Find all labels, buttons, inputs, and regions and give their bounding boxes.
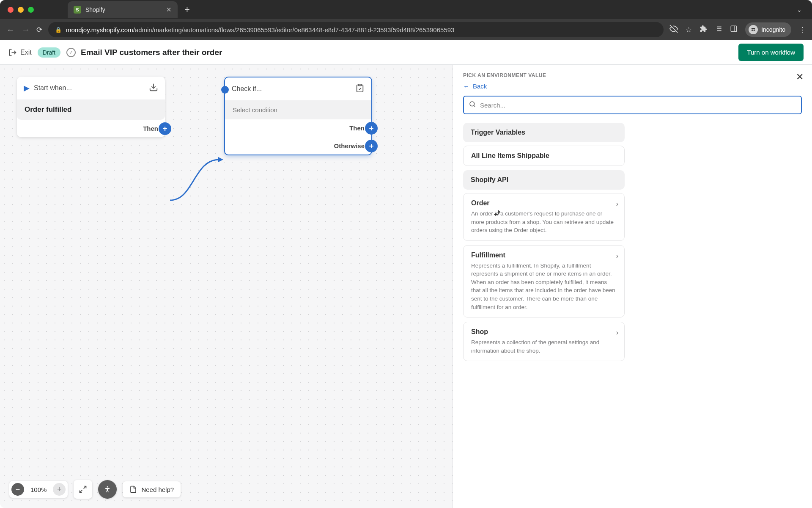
reading-list-icon[interactable] <box>715 25 722 35</box>
exit-button[interactable]: Exit <box>8 48 32 57</box>
forward-button[interactable]: → <box>21 25 30 35</box>
svg-point-16 <box>107 486 108 488</box>
close-tab-button[interactable]: ✕ <box>166 6 172 14</box>
condition-node[interactable]: Check if... Select condition Then + Othe… <box>224 77 372 155</box>
back-button[interactable]: ← <box>6 25 15 35</box>
reload-button[interactable]: ⟳ <box>36 25 42 34</box>
shopify-favicon: S <box>74 6 81 14</box>
item-name: Fulfillment <box>471 251 617 259</box>
chevron-right-icon: › <box>616 252 618 260</box>
search-icon <box>469 101 476 109</box>
browser-tab[interactable]: S Shopify ✕ <box>68 1 178 18</box>
svg-line-15 <box>80 490 82 493</box>
connector-line <box>164 149 228 209</box>
url-text: moodjoy.myshopify.com/admin/marketing/au… <box>66 26 454 33</box>
url-bar[interactable]: 🔒 moodjoy.myshopify.com/admin/marketing/… <box>48 22 664 37</box>
incognito-icon <box>749 25 758 34</box>
download-icon[interactable] <box>149 83 158 94</box>
start-node-header: ▶ Start when... <box>17 77 165 99</box>
toolbar-right: ☆ Incognito ⋮ <box>669 22 806 37</box>
item-description: An order is a customer's request to purc… <box>471 210 617 235</box>
workflow-canvas[interactable]: ▶ Start when... Order fulfilled Then + C… <box>0 65 453 508</box>
back-link[interactable]: ← Back <box>463 83 802 90</box>
browser-toolbar: ← → ⟳ 🔒 moodjoy.myshopify.com/admin/mark… <box>0 19 812 40</box>
play-icon: ▶ <box>24 83 30 93</box>
search-input[interactable] <box>480 102 796 109</box>
svg-rect-13 <box>358 84 361 86</box>
chevron-right-icon: › <box>616 200 618 208</box>
add-otherwise-button[interactable]: + <box>365 140 378 152</box>
svg-point-9 <box>754 29 755 31</box>
tab-title: Shopify <box>85 6 105 13</box>
back-label: Back <box>473 83 487 90</box>
main-area: ▶ Start when... Order fulfilled Then + C… <box>0 65 812 508</box>
zoom-in-button[interactable]: + <box>53 483 66 496</box>
accessibility-button[interactable] <box>98 480 117 499</box>
svg-line-18 <box>474 105 475 107</box>
incognito-badge[interactable]: Incognito <box>745 22 791 37</box>
otherwise-label: Otherwise <box>334 142 365 149</box>
arrow-left-icon: ← <box>463 83 469 90</box>
minimize-window-button[interactable] <box>18 7 24 13</box>
start-node-then: Then + <box>17 120 165 137</box>
svg-line-14 <box>84 486 86 489</box>
turn-on-workflow-button[interactable]: Turn on workflow <box>738 44 804 61</box>
exit-label: Exit <box>20 49 32 56</box>
item-description: Represents a collection of the general s… <box>471 338 617 355</box>
add-then-button[interactable]: + <box>365 122 378 135</box>
panel-header: PICK AN ENVIRONMENT VALUE ← Back <box>453 65 812 90</box>
start-node-body: Order fulfilled <box>17 99 165 120</box>
lock-icon: 🔒 <box>55 27 62 33</box>
need-help-button[interactable]: Need help? <box>123 481 181 497</box>
fit-view-button[interactable] <box>74 480 92 499</box>
svg-point-17 <box>470 102 475 106</box>
maximize-window-button[interactable] <box>28 7 34 13</box>
app-header: Exit Draft ✓ Email VIP customers after t… <box>0 40 812 65</box>
panel-subtitle: PICK AN ENVIRONMENT VALUE <box>463 72 802 78</box>
draft-badge: Draft <box>38 47 60 58</box>
condition-body[interactable]: Select condition <box>225 100 371 119</box>
close-window-button[interactable] <box>8 7 14 13</box>
search-box[interactable] <box>463 96 802 114</box>
start-node[interactable]: ▶ Start when... Order fulfilled Then + <box>17 77 165 137</box>
item-description: Represents a fulfillment. In Shopify, a … <box>471 262 617 311</box>
clipboard-icon[interactable] <box>355 83 365 94</box>
section-shopify-api: Shopify API <box>463 170 625 190</box>
new-tab-button[interactable]: + <box>184 4 190 15</box>
item-order[interactable]: Order › An order is a customer's request… <box>463 193 625 241</box>
add-step-button[interactable]: + <box>159 122 171 135</box>
condition-then: Then + <box>225 119 371 137</box>
chevron-right-icon: › <box>616 329 618 337</box>
menu-icon[interactable]: ⋮ <box>799 25 806 34</box>
window-frame: S Shopify ✕ + ⌄ ← → ⟳ 🔒 moodjoy.myshopif… <box>0 0 812 508</box>
start-node-title: Start when... <box>34 84 72 92</box>
eye-off-icon[interactable] <box>669 25 678 35</box>
check-circle-icon: ✓ <box>66 48 76 57</box>
condition-node-header: Check if... <box>225 77 371 100</box>
then-label: Then <box>143 125 158 132</box>
bookmark-star-icon[interactable]: ☆ <box>686 25 692 34</box>
side-panel-icon[interactable] <box>730 25 738 35</box>
workflow-title: Email VIP customers after their order <box>81 48 222 57</box>
svg-marker-11 <box>218 157 223 162</box>
titlebar: S Shopify ✕ + ⌄ <box>0 0 812 19</box>
close-panel-button[interactable]: ✕ <box>796 72 804 83</box>
tab-list-chevron-icon[interactable]: ⌄ <box>797 6 804 13</box>
incognito-label: Incognito <box>761 26 785 33</box>
need-help-label: Need help? <box>141 486 174 493</box>
item-fulfillment[interactable]: Fulfillment › Represents a fulfillment. … <box>463 245 625 318</box>
extensions-icon[interactable] <box>700 25 707 35</box>
item-name: Order <box>471 199 617 207</box>
condition-node-title: Check if... <box>232 85 262 93</box>
item-all-line-items-shippable[interactable]: All Line Items Shippable <box>463 146 625 166</box>
tab-strip: S Shopify ✕ + <box>68 1 190 18</box>
svg-point-8 <box>752 29 753 31</box>
variable-list: Trigger Variables All Line Items Shippab… <box>453 123 635 365</box>
side-panel: ✕ PICK AN ENVIRONMENT VALUE ← Back Trigg… <box>453 65 812 508</box>
item-shop[interactable]: Shop › Represents a collection of the ge… <box>463 322 625 361</box>
svg-rect-6 <box>731 26 737 32</box>
zoom-level: 100% <box>26 486 51 493</box>
section-trigger-variables: Trigger Variables <box>463 123 625 142</box>
item-name: All Line Items Shippable <box>471 152 617 160</box>
zoom-out-button[interactable]: − <box>11 483 24 496</box>
